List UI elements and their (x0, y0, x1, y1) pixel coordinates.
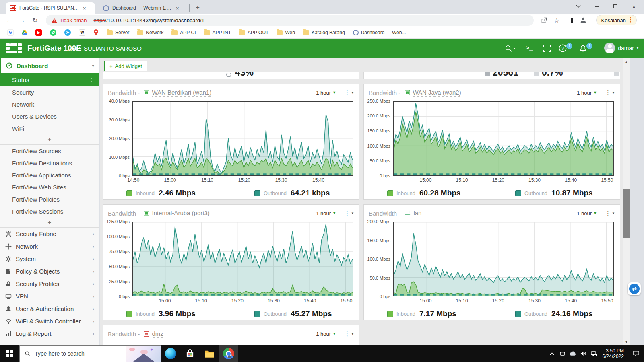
action-center-icon[interactable] (628, 350, 644, 357)
tab-close-icon[interactable]: × (83, 5, 86, 11)
minimize-button[interactable] (588, 0, 606, 13)
period-dropdown[interactable]: 1 hour ▼ (316, 331, 336, 337)
widget-menu[interactable]: ⋮▼ (344, 210, 354, 217)
fullscreen-icon[interactable] (543, 43, 551, 54)
sidebar-item-network[interactable]: Network (0, 98, 99, 110)
bookmark-app-out[interactable]: APP OUT (236, 29, 272, 37)
remote-access-bubble[interactable]: ⇄ (626, 282, 642, 297)
bookmark-wikipedia[interactable]: W (76, 28, 89, 37)
tray-network-icon[interactable] (589, 351, 599, 356)
hostname[interactable]: RSPI-SULIANTO-SAROSO (68, 45, 142, 53)
forward-icon[interactable]: → (17, 15, 27, 25)
bookmark-dashboard-web-[interactable]: Dashboard — Web... (350, 29, 409, 37)
sidebar-item-fortiview-destinations[interactable]: FortiView Destinations (0, 157, 99, 169)
reload-icon[interactable]: ↻ (30, 15, 40, 25)
scroll-down-icon[interactable]: ▼ (623, 338, 630, 345)
sidebar-item-dashboard[interactable]: Dashboard▾ (0, 58, 99, 73)
sidebar-item-security-fabric[interactable]: Security Fabric› (0, 228, 99, 240)
sidebar-item-status[interactable]: Status⋮ (0, 73, 99, 86)
user-menu[interactable]: damar ▾ (604, 43, 638, 53)
sidebar-item-log-report[interactable]: Log & Report› (0, 327, 99, 340)
scrollbar-thumb[interactable] (623, 189, 630, 238)
widget-menu[interactable]: ⋮▼ (605, 210, 615, 217)
widget-menu[interactable]: ⋮▼ (344, 89, 354, 96)
widget-menu[interactable]: ⋮▼ (605, 89, 615, 96)
period-dropdown[interactable]: 1 hour ▼ (316, 90, 336, 96)
new-tab-button[interactable]: + (196, 4, 200, 12)
bookmark-app-ci[interactable]: APP CI (168, 29, 199, 37)
sidebar-item-vpn[interactable]: VPN› (0, 290, 99, 302)
bookmark-app-int[interactable]: APP INT (201, 29, 234, 37)
taskbar-explorer-icon[interactable] (200, 345, 219, 362)
tray-volume-icon[interactable] (578, 351, 589, 356)
add-fortiview-button[interactable]: + (0, 217, 99, 227)
interface-name[interactable]: WAN Java (wan2) (413, 89, 461, 97)
page-scrollbar[interactable]: ▲ ▼ (623, 58, 630, 345)
tray-expand-icon[interactable] (547, 352, 557, 355)
bookmark-star-icon[interactable]: ☆ (551, 15, 562, 25)
add-widget-button[interactable]: + Add Widget (104, 61, 147, 71)
period-dropdown[interactable]: 1 hour ▼ (577, 90, 597, 96)
bookmark-server[interactable]: Server (103, 29, 132, 37)
sidebar-item-network[interactable]: Network› (0, 240, 99, 253)
tab-search-icon[interactable] (569, 0, 588, 13)
search-icon[interactable]: ▾ (505, 43, 515, 54)
tab-close-icon[interactable]: × (176, 5, 179, 11)
sidebar-item-wifi[interactable]: WiFi (0, 122, 99, 134)
sidebar-item-fortiview-sessions[interactable]: FortiView Sessions (0, 205, 99, 217)
scroll-up-icon[interactable]: ▲ (623, 58, 630, 65)
taskbar-clock[interactable]: 3:50 PM 6/24/2022 (599, 348, 628, 359)
sidebar-item-fortiview-policies[interactable]: FortiView Policies (0, 193, 99, 205)
back-icon[interactable]: ← (4, 15, 14, 25)
address-bar[interactable]: Tidak aman https//10.10.10.1:14443/ng/sy… (46, 15, 534, 26)
sidebar-item-user-authentication[interactable]: User & Authentication› (0, 302, 99, 315)
interface-name[interactable]: Internal-Aruba (port3) (152, 210, 209, 217)
sidebar-item-security[interactable]: Security (0, 86, 99, 98)
tab-fortigate[interactable]: FortiGate - RSPI-SULIANTO-SAR × (6, 2, 95, 14)
period-dropdown[interactable]: 1 hour ▼ (316, 210, 336, 216)
interface-name[interactable]: dmz (152, 330, 163, 338)
help-icon[interactable]: ? 1 (559, 43, 572, 54)
bookmark-youtube[interactable]: ▶ (32, 28, 45, 37)
bookmark-drive[interactable] (19, 29, 31, 36)
sidebar-item-security-profiles[interactable]: Security Profiles› (0, 278, 99, 290)
notifications-bell-icon[interactable]: 1 (579, 43, 592, 54)
sidebar-item-fortiview-applications[interactable]: FortiView Applications (0, 169, 99, 181)
search-highlight-art[interactable]: ✦ (126, 346, 161, 362)
bookmark-web[interactable]: Web (273, 29, 298, 37)
interface-name[interactable]: lan (413, 210, 421, 217)
period-dropdown[interactable]: 1 hour ▼ (577, 210, 597, 216)
sidebar-item-fortiview-web-sites[interactable]: FortiView Web Sites (0, 181, 99, 193)
bookmark-maps[interactable] (90, 28, 102, 37)
sidebar-item-wifi-switch-controller[interactable]: WiFi & Switch Controller› (0, 315, 99, 327)
close-button[interactable]: × (625, 0, 643, 13)
bookmark-network[interactable]: Network (134, 29, 167, 37)
sidebar-item-users-devices[interactable]: Users & Devices (0, 110, 99, 122)
bookmark-telegram[interactable]: ➤ (61, 28, 74, 37)
not-secure-warning[interactable]: Tidak aman (52, 17, 87, 23)
taskbar-store-icon[interactable] (180, 345, 200, 362)
sidebar-item-policy-objects[interactable]: Policy & Objects› (0, 265, 99, 278)
bookmark-whatsapp[interactable]: ✆ (47, 28, 60, 37)
kebab-menu-icon[interactable]: ⋮ (89, 77, 94, 83)
tray-cast-icon[interactable] (557, 351, 568, 357)
cli-console-icon[interactable]: >_ (526, 43, 533, 54)
tray-onedrive-icon[interactable] (568, 351, 578, 356)
taskbar-edge-icon[interactable] (161, 345, 180, 362)
bookmark-katalog-barang[interactable]: Katalog Barang (300, 29, 348, 37)
share-icon[interactable] (539, 15, 549, 25)
interface-name[interactable]: WAN Berdikari (wan1) (152, 89, 211, 97)
bookmark-google[interactable]: G (4, 28, 17, 37)
profile-avatar-icon[interactable] (578, 15, 588, 25)
tab-webmin[interactable]: Dashboard — Webmin 1.930 (Ce × (99, 2, 187, 14)
sidebar-item-fortiview-sources[interactable]: FortiView Sources (0, 145, 99, 157)
sidebar-item-system[interactable]: System› (0, 253, 99, 265)
taskbar-search[interactable]: Type here to search ✦ (19, 345, 161, 362)
add-dashboard-button[interactable]: + (0, 134, 99, 144)
widget-menu[interactable]: ⋮▼ (344, 330, 354, 337)
browser-menu-icon[interactable]: ⋮ (627, 16, 634, 23)
start-button[interactable] (0, 345, 19, 362)
restore-button[interactable] (606, 0, 625, 13)
taskbar-chrome-icon[interactable] (219, 345, 238, 362)
side-panel-icon[interactable] (565, 15, 576, 25)
